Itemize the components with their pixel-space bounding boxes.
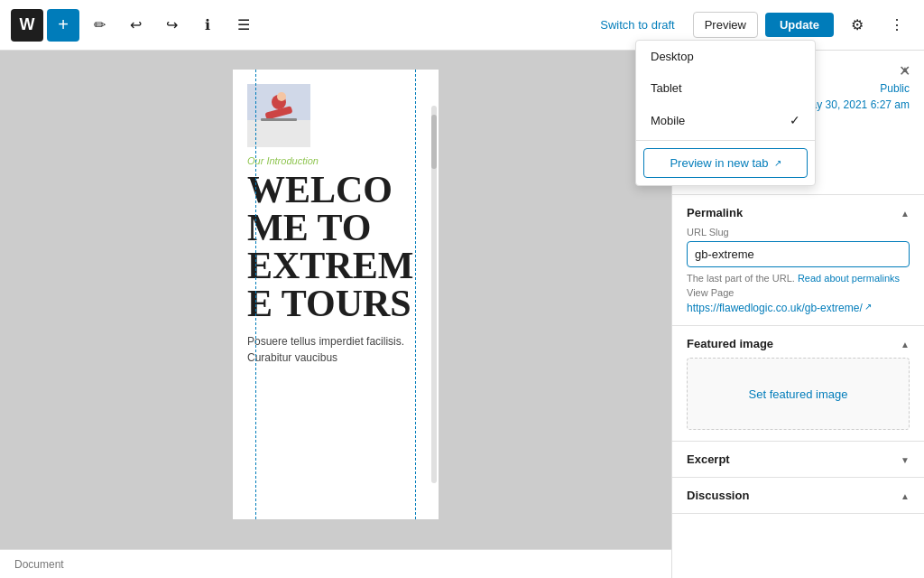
publish-date[interactable]: May 30, 2021 6:27 am	[802, 98, 910, 111]
editor-intro: Our Introduction	[247, 154, 424, 167]
gear-icon: ⚙	[851, 16, 864, 33]
scrollbar-thumb[interactable]	[431, 115, 437, 169]
canvas-area: Our Introduction Welcome to Extreme Tour…	[0, 51, 671, 578]
set-featured-label: Set featured image	[749, 387, 848, 401]
set-featured-image-button[interactable]: Set featured image	[687, 358, 910, 430]
url-slug-label: URL Slug	[687, 227, 910, 238]
dropdown-item-desktop[interactable]: Desktop	[636, 41, 815, 72]
editor-body[interactable]: Posuere tellus imperdiet facilisis. Cura…	[247, 333, 424, 366]
add-icon: +	[58, 14, 69, 35]
discussion-chevron-up-icon	[901, 489, 910, 502]
editor-heading[interactable]: Welcome to Extreme Tours	[247, 171, 424, 322]
visibility-value[interactable]: Public	[880, 82, 910, 95]
excerpt-title: Excerpt	[687, 452, 730, 466]
toolbar-right: Switch to draft Preview Update ⚙ ⋮	[589, 9, 913, 42]
redo-button[interactable]: ↪	[155, 9, 188, 42]
document-label: Document	[14, 558, 64, 571]
info-button[interactable]: ℹ	[191, 9, 224, 42]
preview-new-tab-button[interactable]: Preview in new tab ↗	[643, 148, 808, 178]
canvas-bottom-bar: Document	[0, 549, 671, 578]
add-block-button[interactable]: +	[47, 9, 79, 42]
helper-text: The last part of the URL. Read about per…	[687, 273, 910, 284]
info-icon: ℹ	[205, 16, 210, 33]
permalink-title: Permalink	[687, 206, 743, 219]
excerpt-section: Excerpt	[672, 442, 924, 478]
undo-icon: ↩	[130, 16, 142, 33]
preview-dropdown: Desktop Tablet Mobile ✓ Preview in new t…	[635, 40, 816, 186]
pencil-icon: ✏	[94, 16, 106, 33]
permalink-section: Permalink URL Slug The last part of the …	[672, 195, 924, 326]
dropdown-item-mobile[interactable]: Mobile ✓	[636, 104, 815, 136]
permalink-header[interactable]: Permalink	[687, 206, 910, 219]
close-icon: ✕	[899, 62, 910, 79]
undo-button[interactable]: ↩	[119, 9, 152, 42]
list-view-button[interactable]: ☰	[227, 9, 260, 42]
preview-button[interactable]: Preview	[693, 12, 758, 38]
excerpt-header[interactable]: Excerpt	[687, 452, 910, 466]
read-about-permalinks-link[interactable]: Read about permalinks	[798, 273, 900, 284]
excerpt-chevron-down-icon	[901, 452, 910, 466]
sidebar-close-button[interactable]: ✕	[892, 58, 917, 83]
tablet-label: Tablet	[651, 81, 682, 95]
mobile-label: Mobile	[651, 114, 685, 127]
featured-chevron-up-icon	[901, 337, 910, 350]
wp-logo-text: W	[20, 15, 35, 34]
preview-new-tab-label: Preview in new tab	[670, 156, 768, 170]
editor-page[interactable]: Our Introduction Welcome to Extreme Tour…	[232, 69, 439, 520]
svg-rect-1	[247, 120, 310, 147]
redo-icon: ↪	[166, 16, 178, 33]
discussion-title: Discussion	[687, 489, 749, 502]
featured-image-title: Featured image	[687, 337, 773, 350]
desktop-label: Desktop	[651, 50, 694, 63]
scrollbar-track[interactable]	[431, 106, 437, 483]
view-page-link[interactable]: https://flawedlogic.co.uk/gb-extreme/ ↗	[687, 302, 910, 314]
editor-image	[247, 84, 310, 147]
settings-button[interactable]: ⚙	[841, 9, 873, 42]
discussion-section: Discussion	[672, 478, 924, 514]
discussion-header[interactable]: Discussion	[687, 489, 910, 502]
update-button[interactable]: Update	[765, 13, 834, 37]
svg-point-5	[277, 92, 286, 101]
switch-draft-button[interactable]: Switch to draft	[589, 13, 685, 37]
more-icon: ⋮	[890, 16, 904, 33]
dropdown-divider	[636, 140, 815, 141]
featured-image-section: Featured image Set featured image	[672, 326, 924, 442]
url-slug-input[interactable]	[687, 241, 910, 267]
list-icon: ☰	[237, 16, 250, 33]
featured-image-header[interactable]: Featured image	[687, 337, 910, 350]
dropdown-item-tablet[interactable]: Tablet	[636, 72, 815, 104]
check-mark-icon: ✓	[790, 113, 800, 127]
permalink-chevron-up-icon	[901, 206, 910, 219]
more-options-button[interactable]: ⋮	[881, 9, 913, 42]
editor-content: Our Introduction Welcome to Extreme Tour…	[233, 70, 439, 380]
wp-logo[interactable]: W	[11, 9, 43, 42]
view-page-label: View Page	[687, 287, 910, 298]
edit-button[interactable]: ✏	[83, 9, 116, 42]
svg-rect-4	[261, 118, 297, 121]
view-page-url: https://flawedlogic.co.uk/gb-extreme/	[687, 302, 863, 314]
external-link-icon: ↗	[864, 302, 872, 312]
toolbar-left: W + ✏ ↩ ↪ ℹ ☰	[11, 9, 260, 42]
external-link-icon: ↗	[774, 158, 781, 168]
